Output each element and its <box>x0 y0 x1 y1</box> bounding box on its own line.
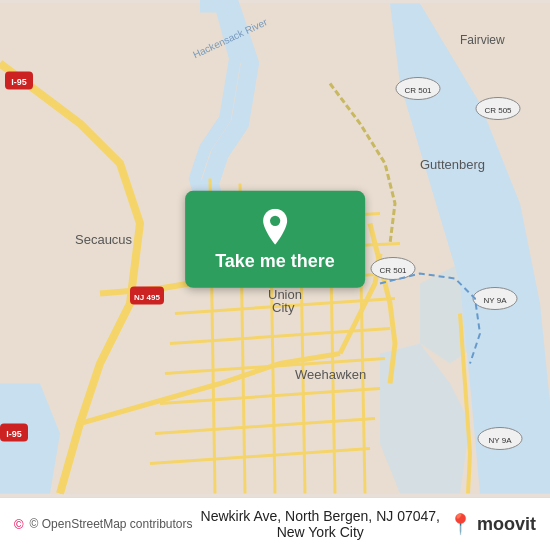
take-me-there-label: Take me there <box>215 250 335 271</box>
svg-text:Weehawken: Weehawken <box>295 367 366 382</box>
svg-text:Fairview: Fairview <box>460 33 505 47</box>
moovit-logo: 📍 moovit <box>448 512 536 536</box>
svg-text:CR 501: CR 501 <box>379 266 407 275</box>
pin-icon <box>257 208 293 244</box>
footer-bar: © © OpenStreetMap contributors Newkirk A… <box>0 497 550 550</box>
osm-credit: © © OpenStreetMap contributors <box>14 517 193 532</box>
map-container: I-95 I-95 NJ 495 CR 501 CR 505 CR 501 NY… <box>0 0 550 497</box>
svg-text:CR 505: CR 505 <box>484 106 512 115</box>
footer-address: Newkirk Ave, North Bergen, NJ 07047, New… <box>201 508 440 540</box>
moovit-brand-text: moovit <box>477 514 536 535</box>
svg-text:City: City <box>272 300 295 315</box>
svg-text:NY 9A: NY 9A <box>484 296 508 305</box>
svg-text:NJ 495: NJ 495 <box>134 293 160 302</box>
svg-text:I-95: I-95 <box>6 429 22 439</box>
svg-text:I-95: I-95 <box>11 77 27 87</box>
svg-text:CR 501: CR 501 <box>404 86 432 95</box>
moovit-pin-icon: 📍 <box>448 512 473 536</box>
svg-text:NY 9A: NY 9A <box>489 436 513 445</box>
app-container: I-95 I-95 NJ 495 CR 501 CR 505 CR 501 NY… <box>0 0 550 550</box>
svg-text:Secaucus: Secaucus <box>75 232 133 247</box>
osm-credit-text: © OpenStreetMap contributors <box>30 517 193 531</box>
take-me-there-button[interactable]: Take me there <box>185 190 365 287</box>
svg-point-24 <box>270 215 280 225</box>
svg-text:Guttenberg: Guttenberg <box>420 157 485 172</box>
osm-logo: © <box>14 517 24 532</box>
